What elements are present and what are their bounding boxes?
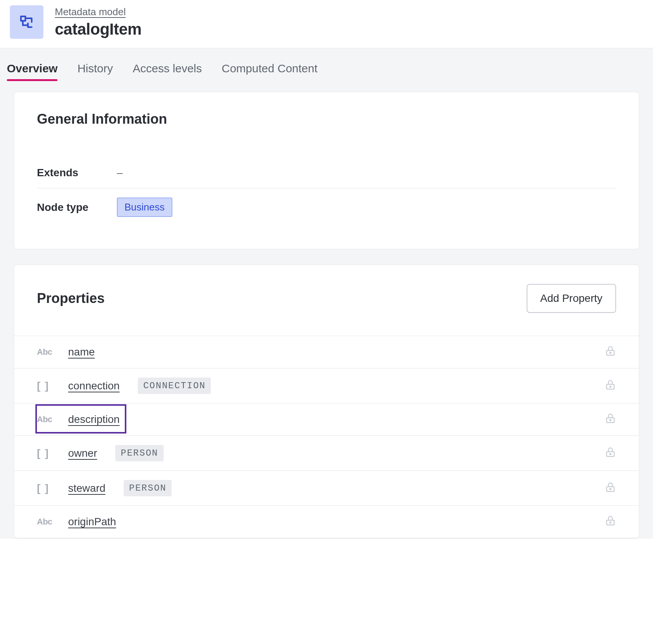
lock-icon [605,345,616,359]
svg-point-9 [610,420,611,421]
general-information-card: General Information Extends – Node type … [14,92,639,249]
page-title: catalogItem [55,20,142,38]
lock-icon [605,515,616,529]
tab-overview[interactable]: Overview [7,62,57,80]
property-name-link[interactable]: originPath [68,516,116,528]
add-property-button[interactable]: Add Property [527,284,616,313]
lock-icon [605,446,616,460]
general-section-title: General Information [37,111,616,127]
text-type-icon: Abc [37,517,57,527]
property-name-link[interactable]: description [68,413,119,426]
text-type-icon: Abc [37,414,57,424]
svg-point-13 [610,488,611,489]
property-type-tag: CONNECTION [138,378,211,394]
node-type-badge: Business [117,198,172,217]
property-row[interactable]: Abcname [14,336,639,368]
properties-card: Properties Add Property Abcname[ ]connec… [14,265,639,539]
property-row[interactable]: [ ]ownerPERSON [14,435,639,470]
property-name-link[interactable]: steward [68,482,105,494]
extends-value: – [117,167,123,179]
lock-icon [605,481,616,495]
array-type-icon: [ ] [37,447,57,459]
extends-row: Extends – [37,158,616,188]
tab-computed-content[interactable]: Computed Content [222,62,318,80]
array-type-icon: [ ] [37,380,57,392]
lock-icon [605,413,616,426]
property-row[interactable]: Abcdescription [14,403,639,435]
property-name-link[interactable]: name [68,346,95,358]
page-header: Metadata model catalogItem [0,0,653,48]
svg-point-5 [610,352,611,354]
tab-bar: OverviewHistoryAccess levelsComputed Con… [7,48,646,80]
text-type-icon: Abc [37,347,57,357]
extends-label: Extends [37,167,98,179]
tab-history[interactable]: History [77,62,113,80]
tab-access-levels[interactable]: Access levels [133,62,202,80]
svg-point-11 [610,453,611,454]
breadcrumb[interactable]: Metadata model [55,6,142,18]
lock-icon [605,379,616,393]
model-icon [10,5,43,39]
node-type-label: Node type [37,201,98,214]
property-name-link[interactable]: owner [68,447,97,459]
properties-section-title: Properties [37,290,105,306]
property-row[interactable]: AbcoriginPath [14,505,639,538]
property-row[interactable]: [ ]stewardPERSON [14,470,639,505]
property-row[interactable]: [ ]connectionCONNECTION [14,368,639,403]
properties-list: Abcname[ ]connectionCONNECTIONAbcdescrip… [14,336,639,538]
property-type-tag: PERSON [115,445,163,461]
svg-point-7 [610,386,611,387]
svg-point-15 [610,522,611,523]
node-type-row: Node type Business [37,188,616,226]
array-type-icon: [ ] [37,482,57,494]
property-name-link[interactable]: connection [68,380,119,392]
property-type-tag: PERSON [124,480,172,496]
